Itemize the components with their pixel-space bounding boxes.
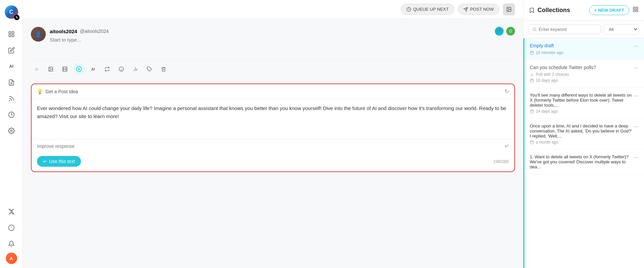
- post-actions-toolbar: ○ AI: [31, 60, 515, 78]
- new-draft-button[interactable]: + NEW DRAFT: [589, 5, 629, 15]
- ai-panel-title: 💡 Get a Post Idea: [37, 89, 78, 94]
- collection-item-title-1: Can you schedule Twitter polls?: [530, 65, 596, 70]
- svg-point-6: [9, 100, 10, 101]
- post-content-area: aitools2024 @aitools2024 📍 G: [50, 27, 515, 52]
- queue-up-next-button[interactable]: QUEUE UP NEXT: [401, 4, 455, 15]
- svg-point-26: [119, 67, 123, 71]
- collection-more-button-1[interactable]: ···: [634, 65, 639, 71]
- collection-more-button-3[interactable]: ···: [634, 123, 639, 129]
- poll-meta-icon: [530, 72, 534, 76]
- avatar-image: 👤: [31, 27, 46, 42]
- compose-input[interactable]: [50, 37, 515, 50]
- collection-item-delete-tweets-2[interactable]: 1. Want to delete all tweets on X (forme…: [524, 150, 644, 174]
- search-input[interactable]: [539, 27, 597, 32]
- right-sidebar: Collections + NEW DRAFT All Drafts Sched…: [523, 0, 644, 268]
- ai-generated-text: Ever wondered how AI could change your d…: [32, 99, 514, 139]
- collection-more-button-0[interactable]: ···: [634, 43, 639, 49]
- emoji-button[interactable]: [116, 63, 127, 75]
- collection-item-title-2: You'll see many different ways to delete…: [530, 93, 634, 108]
- send-icon: [463, 7, 468, 12]
- image-icon: [506, 7, 512, 12]
- sidebar-icon-doc[interactable]: [4, 75, 19, 90]
- search-icon: [532, 27, 537, 32]
- delete-post-button[interactable]: [158, 63, 169, 75]
- search-input-wrapper: [529, 24, 601, 34]
- svg-rect-50: [530, 110, 533, 113]
- collections-search-row: All Drafts Scheduled Published: [523, 21, 644, 38]
- collection-item-title-3: Once upon a time, AI and I decided to ha…: [530, 123, 634, 139]
- improve-input[interactable]: [37, 144, 502, 149]
- tag-button[interactable]: [144, 63, 155, 75]
- collection-item-ai-conversation[interactable]: Once upon a time, AI and I decided to ha…: [524, 119, 644, 150]
- calendar-icon-2: [530, 109, 534, 113]
- use-text-button[interactable]: ↵ Use this text: [37, 156, 81, 167]
- poll-button[interactable]: [130, 63, 141, 75]
- collections-header-right: + NEW DRAFT: [589, 5, 639, 15]
- collection-item-header: Empty draft ···: [530, 43, 639, 49]
- svg-rect-3: [12, 35, 14, 37]
- main-content: QUEUE UP NEXT POST NOW 👤 aitools2024 @ai…: [23, 0, 523, 268]
- username: aitools2024: [50, 29, 77, 34]
- image-placeholder-button[interactable]: [45, 63, 56, 75]
- use-text-enter-icon: ↵: [43, 159, 47, 164]
- top-toolbar: QUEUE UP NEXT POST NOW: [23, 0, 523, 19]
- circle-action-button[interactable]: ○: [31, 63, 42, 75]
- post-now-button[interactable]: POST NOW: [458, 4, 500, 15]
- collection-more-button-4[interactable]: ···: [634, 154, 639, 160]
- svg-rect-0: [9, 32, 11, 34]
- improve-send-button[interactable]: ↵: [505, 143, 509, 149]
- calendar-icon-0: [530, 51, 534, 55]
- sidebar-icon-info[interactable]: [4, 220, 19, 235]
- collection-meta-text-0: 16 minutes ago: [536, 50, 563, 55]
- calendar-icon-3: [530, 140, 534, 144]
- sidebar-icon-grid[interactable]: [4, 27, 19, 42]
- svg-rect-34: [636, 7, 638, 9]
- ai-panel-header: 💡 Get a Post Idea ↻: [32, 84, 514, 99]
- left-sidebar: C 𝕏 AI A: [0, 0, 23, 268]
- sidebar-icon-settings[interactable]: [4, 123, 19, 138]
- collection-item-title-4: 1. Want to delete all tweets on X (forme…: [530, 154, 634, 169]
- queue-icon: [406, 7, 411, 12]
- collections-list: Empty draft ··· 16 minutes ago Can you s…: [523, 38, 644, 268]
- user-avatar-small[interactable]: A: [6, 253, 17, 264]
- user-badge-icons: 📍 G: [495, 27, 515, 36]
- improve-input-row: ↵: [37, 143, 509, 149]
- sidebar-icon-bell[interactable]: [4, 236, 19, 251]
- collection-time-1: 16 days ago: [536, 78, 558, 83]
- ai-panel-actions: ↵ Use this text 248/280: [32, 153, 514, 171]
- collection-item-delete-tweets[interactable]: You'll see many different ways to delete…: [524, 88, 644, 119]
- ai-panel: 💡 Get a Post Idea ↻ Ever wondered how AI…: [31, 84, 515, 172]
- svg-rect-33: [633, 7, 635, 9]
- collection-item-empty-draft[interactable]: Empty draft ··· 16 minutes ago: [524, 38, 644, 60]
- collection-meta-2: 24 days ago: [530, 109, 639, 114]
- post-now-label: POST NOW: [470, 7, 494, 12]
- ai-compose-button[interactable]: [73, 63, 85, 75]
- sidebar-icon-ai[interactable]: AI: [4, 59, 19, 74]
- sidebar-icon-clock[interactable]: [4, 107, 19, 122]
- collection-item-header-1: Can you schedule Twitter polls? ···: [530, 65, 639, 71]
- sidebar-icon-edit[interactable]: [4, 43, 19, 58]
- filter-select[interactable]: All Drafts Scheduled Published: [604, 24, 639, 35]
- calendar-icon-1: [530, 78, 534, 83]
- logo[interactable]: C 𝕏: [3, 4, 19, 20]
- location-badge: 📍: [495, 27, 504, 36]
- collection-item-header-2: You'll see many different ways to delete…: [530, 93, 639, 108]
- ai-refresh-button[interactable]: ↻: [505, 88, 509, 95]
- layout-toggle-button[interactable]: [633, 6, 639, 14]
- sidebar-icon-twitter[interactable]: [4, 204, 19, 219]
- collection-poll-label: Poll with 2 choices: [536, 72, 569, 77]
- collection-more-button-2[interactable]: ···: [634, 93, 639, 99]
- use-text-label: Use this text: [49, 159, 75, 164]
- toolbar-extra-button[interactable]: [503, 3, 515, 15]
- sidebar-icon-rss[interactable]: [4, 91, 19, 106]
- compose-area: 👤 aitools2024 @aitools2024 📍 G ○: [23, 19, 523, 268]
- collection-meta-0: 16 minutes ago: [530, 50, 639, 55]
- svg-rect-39: [530, 51, 533, 54]
- logo-circle: C 𝕏: [5, 5, 18, 19]
- svg-point-8: [10, 130, 12, 132]
- retweet-button[interactable]: [101, 63, 113, 75]
- media-button[interactable]: [59, 63, 71, 75]
- collection-item-twitter-polls[interactable]: Can you schedule Twitter polls? ··· Poll…: [524, 60, 644, 88]
- collections-icon: [529, 7, 535, 13]
- ai-text-button[interactable]: AI: [87, 63, 99, 75]
